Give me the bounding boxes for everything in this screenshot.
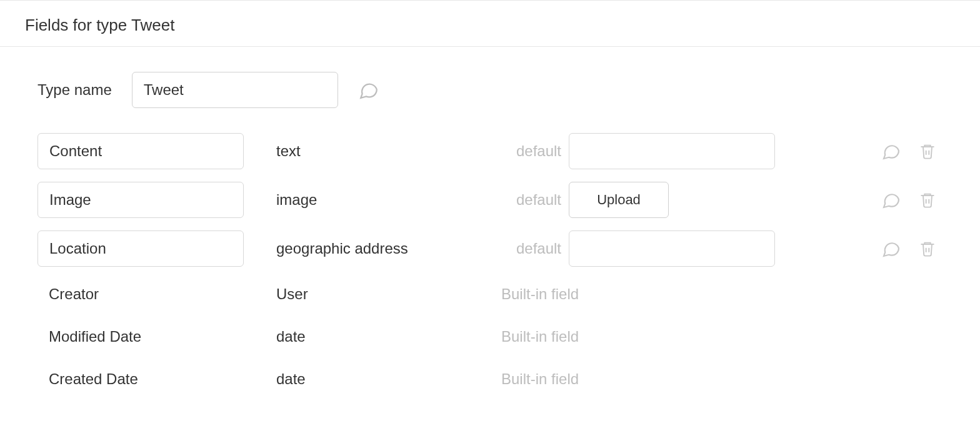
field-row: image default Upload [38,182,942,218]
fields-editor-panel: Fields for type Tweet Type name text def… [0,0,980,419]
field-name-input[interactable] [38,230,244,267]
trash-icon[interactable] [918,141,942,161]
upload-button[interactable]: Upload [569,182,669,218]
field-row: geographic address default [38,230,942,267]
trash-icon[interactable] [918,190,942,210]
default-value-input[interactable] [569,133,775,169]
field-name-input[interactable] [38,133,244,169]
comment-icon[interactable] [880,189,918,211]
field-type-label: geographic address [244,240,494,257]
builtin-field-type: User [244,285,494,303]
panel-title: Fields for type Tweet [0,1,980,47]
builtin-field-name: Created Date [38,370,244,388]
default-value-input[interactable] [569,230,775,267]
builtin-field-name: Modified Date [38,328,244,345]
comment-icon[interactable] [880,237,918,260]
builtin-field-row: Created Date date Built-in field [38,364,942,394]
builtin-field-row: Creator User Built-in field [38,279,942,309]
comment-icon[interactable] [880,140,918,162]
default-label: default [494,240,569,257]
field-name-input[interactable] [38,182,244,218]
type-name-label: Type name [38,81,112,99]
builtin-field-label: Built-in field [494,328,781,345]
builtin-field-type: date [244,370,494,388]
panel-body: Type name text default [0,47,980,419]
default-label: default [494,142,569,160]
field-type-label: text [244,142,494,160]
type-name-input[interactable] [132,72,338,108]
field-row: text default [38,133,942,169]
default-value-cell: Upload [569,182,781,218]
builtin-field-type: date [244,328,494,345]
default-value-cell [569,230,781,267]
type-name-row: Type name [38,72,942,108]
trash-icon[interactable] [918,239,942,259]
default-label: default [494,191,569,209]
builtin-field-row: Modified Date date Built-in field [38,322,942,352]
comment-icon[interactable] [358,79,379,101]
default-value-cell [569,133,781,169]
builtin-field-label: Built-in field [494,370,781,388]
field-type-label: image [244,191,494,209]
fields-list: text default ima [38,133,942,394]
builtin-field-name: Creator [38,285,244,303]
builtin-field-label: Built-in field [494,285,781,303]
